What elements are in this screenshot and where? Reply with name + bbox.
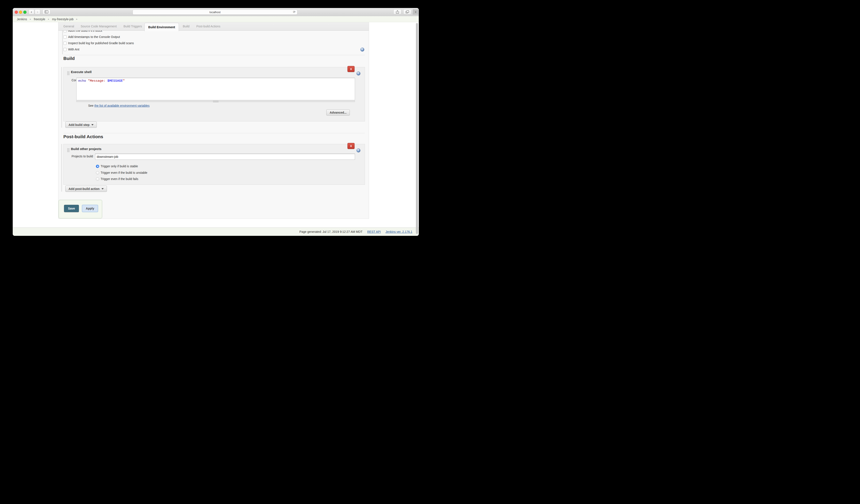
browser-window: ‹ › localhost ⟳ bbox=[13, 8, 419, 236]
button-label: Apply bbox=[86, 207, 94, 210]
tab-label: Build Environment bbox=[148, 26, 175, 29]
code-token: $MESSAGE bbox=[108, 79, 123, 83]
breadcrumb-sep-icon: ▸ bbox=[76, 18, 77, 20]
tab-source-code-management[interactable]: Source Code Management bbox=[81, 22, 117, 30]
build-section-heading: Build bbox=[63, 56, 75, 61]
breadcrumb-folder[interactable]: freestyle bbox=[34, 17, 45, 21]
tab-build-triggers[interactable]: Build Triggers bbox=[124, 22, 142, 30]
back-button[interactable]: ‹ bbox=[29, 9, 34, 14]
breadcrumb-sep-icon: ▸ bbox=[30, 18, 31, 20]
textarea-resize-bar[interactable] bbox=[76, 100, 355, 102]
question-glyph: ? bbox=[358, 149, 359, 152]
minimize-window-button[interactable] bbox=[19, 11, 22, 14]
breadcrumb-sep-icon: ▸ bbox=[48, 18, 49, 20]
save-panel: Save Apply bbox=[59, 200, 102, 218]
section-indicator-bar bbox=[62, 28, 63, 54]
config-tab-bar: General Source Code Management Build Tri… bbox=[58, 22, 369, 31]
drag-handle-icon[interactable] bbox=[67, 71, 70, 75]
tab-post-build-actions[interactable]: Post-build Actions bbox=[196, 22, 220, 30]
section-indicator-bar bbox=[61, 67, 62, 128]
breadcrumb-jenkins[interactable]: Jenkins bbox=[17, 17, 27, 21]
question-glyph: ? bbox=[358, 72, 359, 75]
trigger-unstable-radio[interactable] bbox=[96, 171, 99, 174]
chevron-down-icon bbox=[91, 124, 94, 126]
code-token bbox=[86, 79, 88, 83]
share-button[interactable] bbox=[393, 9, 401, 14]
forward-button[interactable]: › bbox=[35, 9, 40, 14]
hint-prefix: See bbox=[88, 104, 94, 107]
with-ant-checkbox[interactable] bbox=[63, 48, 67, 51]
checkbox-row: Add timestamps to the Console Output bbox=[63, 35, 120, 39]
tab-general[interactable]: General bbox=[63, 22, 74, 30]
button-label: Save bbox=[68, 207, 75, 210]
delete-post-build-action-button[interactable]: X bbox=[347, 143, 355, 149]
command-textarea[interactable]: echo "Message: $MESSAGE" bbox=[76, 78, 355, 100]
forward-icon: › bbox=[37, 10, 38, 14]
back-icon: ‹ bbox=[31, 10, 32, 14]
tab-build-environment[interactable]: Build Environment bbox=[144, 23, 179, 31]
share-icon bbox=[396, 10, 399, 14]
button-label: Advanced... bbox=[330, 111, 347, 114]
gradle-scan-checkbox[interactable] bbox=[63, 42, 67, 45]
env-vars-link[interactable]: the list of available environment variab… bbox=[95, 104, 149, 107]
section-indicator-bar bbox=[61, 144, 62, 192]
chevron-down-icon bbox=[101, 188, 104, 189]
rest-api-link[interactable]: REST API bbox=[367, 230, 381, 233]
projects-to-build-label: Projects to build bbox=[72, 155, 93, 158]
question-glyph: ? bbox=[362, 48, 363, 51]
tab-build[interactable]: Build bbox=[183, 22, 189, 30]
code-token: "Message: bbox=[88, 79, 108, 83]
zoom-window-button[interactable] bbox=[23, 11, 27, 14]
x-label: X bbox=[350, 68, 352, 71]
add-post-build-action-button[interactable]: Add post-build action bbox=[65, 186, 107, 192]
section-divider bbox=[63, 55, 365, 55]
button-label: Add build step bbox=[69, 123, 89, 127]
resize-grip-icon bbox=[213, 101, 218, 102]
sidebar-icon bbox=[45, 10, 48, 13]
advanced-button[interactable]: Advanced... bbox=[326, 110, 350, 116]
jenkins-version-link[interactable]: Jenkins ver. 2.176.1 bbox=[385, 230, 412, 233]
build-other-projects-block: Build other projects X ? Projects to bui… bbox=[63, 144, 365, 185]
button-label: Add post-build action bbox=[69, 187, 100, 190]
env-vars-hint: See the list of available environment va… bbox=[88, 104, 149, 107]
browser-toolbar: ‹ › localhost ⟳ bbox=[13, 8, 419, 16]
trigger-fails-radio[interactable] bbox=[96, 177, 99, 181]
help-icon[interactable]: ? bbox=[360, 48, 364, 52]
radio-label: Trigger even if the build fails bbox=[101, 177, 138, 181]
checkbox-label: Add timestamps to the Console Output bbox=[68, 35, 120, 39]
help-icon[interactable]: ? bbox=[357, 148, 360, 153]
trigger-stable-radio[interactable] bbox=[96, 165, 99, 168]
timestamps-checkbox[interactable] bbox=[63, 35, 67, 39]
help-icon[interactable]: ? bbox=[357, 72, 360, 75]
drag-handle-icon[interactable] bbox=[67, 148, 70, 152]
post-build-action-title: Build other projects bbox=[71, 147, 101, 151]
url-text: localhost bbox=[210, 11, 220, 14]
checkbox-row: Inspect build log for published Gradle b… bbox=[63, 41, 134, 45]
x-label: X bbox=[350, 144, 352, 148]
breadcrumb-job[interactable]: my-freestyle-job bbox=[52, 17, 73, 21]
page-generated-text: Page generated: Jul 17, 2019 9:12:27 AM … bbox=[299, 230, 362, 233]
execute-shell-block: Execute shell X ? Command echo "Message:… bbox=[63, 67, 365, 121]
tab-overview-button[interactable] bbox=[403, 9, 411, 14]
close-window-button[interactable] bbox=[15, 11, 18, 14]
apply-button[interactable]: Apply bbox=[82, 205, 98, 212]
config-content: Abort the build if it's stuck Add timest… bbox=[58, 22, 369, 219]
checkbox-row: With Ant bbox=[63, 47, 79, 52]
save-button[interactable]: Save bbox=[64, 205, 79, 212]
screenshot-stage: ‹ › localhost ⟳ bbox=[0, 0, 430, 252]
sidebar-toggle-button[interactable] bbox=[42, 9, 51, 14]
projects-to-build-input[interactable] bbox=[95, 154, 355, 160]
scrollbar-thumb[interactable] bbox=[416, 23, 418, 234]
checkbox-label: With Ant bbox=[68, 48, 79, 51]
tabs-icon bbox=[406, 10, 409, 13]
code-token: " bbox=[123, 79, 125, 83]
code-token: echo bbox=[78, 79, 86, 83]
delete-build-step-button[interactable]: X bbox=[347, 66, 355, 72]
plus-icon: + bbox=[415, 10, 417, 14]
reload-icon[interactable]: ⟳ bbox=[293, 10, 296, 14]
radio-label: Trigger even if the build is unstable bbox=[101, 171, 147, 174]
address-bar[interactable]: localhost ⟳ bbox=[132, 10, 298, 15]
new-tab-button[interactable]: + bbox=[413, 9, 418, 15]
radio-label: Trigger only if build is stable bbox=[101, 164, 138, 168]
add-build-step-button[interactable]: Add build step bbox=[65, 121, 97, 128]
